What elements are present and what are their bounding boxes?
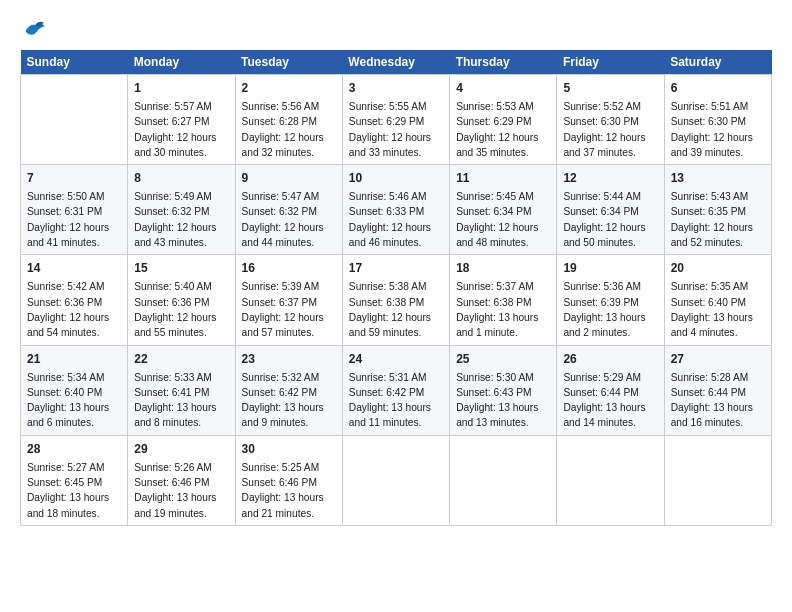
cell-line: Daylight: 13 hours <box>563 400 657 415</box>
cell-line: and 33 minutes. <box>349 145 443 160</box>
cell-line: Sunset: 6:34 PM <box>456 204 550 219</box>
calendar-row: 21Sunrise: 5:34 AMSunset: 6:40 PMDayligh… <box>21 345 772 435</box>
cell-line: Sunrise: 5:31 AM <box>349 370 443 385</box>
cell-line: Sunrise: 5:27 AM <box>27 460 121 475</box>
cell-line: Daylight: 12 hours <box>456 220 550 235</box>
cell-line: and 50 minutes. <box>563 235 657 250</box>
day-number: 18 <box>456 259 550 277</box>
cell-line: Sunset: 6:46 PM <box>134 475 228 490</box>
cell-line: Sunset: 6:44 PM <box>671 385 765 400</box>
cell-line: and 6 minutes. <box>27 415 121 430</box>
cell-line: and 48 minutes. <box>456 235 550 250</box>
cell-line: and 32 minutes. <box>242 145 336 160</box>
calendar-cell: 22Sunrise: 5:33 AMSunset: 6:41 PMDayligh… <box>128 345 235 435</box>
calendar-cell: 3Sunrise: 5:55 AMSunset: 6:29 PMDaylight… <box>342 75 449 165</box>
calendar-cell: 18Sunrise: 5:37 AMSunset: 6:38 PMDayligh… <box>450 255 557 345</box>
day-number: 4 <box>456 79 550 97</box>
day-number: 1 <box>134 79 228 97</box>
day-number: 28 <box>27 440 121 458</box>
calendar-table: SundayMondayTuesdayWednesdayThursdayFrid… <box>20 50 772 526</box>
cell-line: Daylight: 12 hours <box>242 220 336 235</box>
header-row: SundayMondayTuesdayWednesdayThursdayFrid… <box>21 50 772 75</box>
cell-line: and 43 minutes. <box>134 235 228 250</box>
cell-line: Daylight: 13 hours <box>27 490 121 505</box>
cell-line: and 55 minutes. <box>134 325 228 340</box>
cell-line: and 35 minutes. <box>456 145 550 160</box>
cell-line: Sunset: 6:28 PM <box>242 114 336 129</box>
day-number: 30 <box>242 440 336 458</box>
cell-line: Sunset: 6:36 PM <box>134 295 228 310</box>
cell-line: Sunrise: 5:39 AM <box>242 279 336 294</box>
col-header-thursday: Thursday <box>450 50 557 75</box>
cell-line: and 13 minutes. <box>456 415 550 430</box>
day-number: 7 <box>27 169 121 187</box>
header <box>20 18 772 40</box>
calendar-cell: 20Sunrise: 5:35 AMSunset: 6:40 PMDayligh… <box>664 255 771 345</box>
calendar-cell: 19Sunrise: 5:36 AMSunset: 6:39 PMDayligh… <box>557 255 664 345</box>
cell-line: Daylight: 13 hours <box>134 400 228 415</box>
cell-line: Sunset: 6:40 PM <box>671 295 765 310</box>
calendar-cell: 4Sunrise: 5:53 AMSunset: 6:29 PMDaylight… <box>450 75 557 165</box>
cell-line: and 41 minutes. <box>27 235 121 250</box>
cell-line: Sunset: 6:43 PM <box>456 385 550 400</box>
cell-line: Sunset: 6:34 PM <box>563 204 657 219</box>
cell-line: Sunset: 6:42 PM <box>349 385 443 400</box>
cell-line: Daylight: 12 hours <box>349 310 443 325</box>
day-number: 15 <box>134 259 228 277</box>
cell-line: Sunrise: 5:42 AM <box>27 279 121 294</box>
cell-line: Sunrise: 5:46 AM <box>349 189 443 204</box>
cell-line: Sunrise: 5:29 AM <box>563 370 657 385</box>
day-number: 17 <box>349 259 443 277</box>
cell-line: Sunset: 6:40 PM <box>27 385 121 400</box>
cell-line: Daylight: 12 hours <box>134 130 228 145</box>
calendar-cell: 6Sunrise: 5:51 AMSunset: 6:30 PMDaylight… <box>664 75 771 165</box>
calendar-cell <box>557 435 664 525</box>
cell-line: Daylight: 12 hours <box>456 130 550 145</box>
calendar-cell <box>21 75 128 165</box>
calendar-cell: 8Sunrise: 5:49 AMSunset: 6:32 PMDaylight… <box>128 165 235 255</box>
col-header-tuesday: Tuesday <box>235 50 342 75</box>
cell-line: Sunrise: 5:51 AM <box>671 99 765 114</box>
cell-line: Daylight: 12 hours <box>242 310 336 325</box>
cell-line: Daylight: 13 hours <box>563 310 657 325</box>
col-header-wednesday: Wednesday <box>342 50 449 75</box>
logo-icon <box>20 18 48 40</box>
cell-line: and 37 minutes. <box>563 145 657 160</box>
calendar-cell: 30Sunrise: 5:25 AMSunset: 6:46 PMDayligh… <box>235 435 342 525</box>
cell-line: and 11 minutes. <box>349 415 443 430</box>
cell-line: Sunset: 6:39 PM <box>563 295 657 310</box>
calendar-cell: 21Sunrise: 5:34 AMSunset: 6:40 PMDayligh… <box>21 345 128 435</box>
cell-line: Sunrise: 5:34 AM <box>27 370 121 385</box>
day-number: 24 <box>349 350 443 368</box>
cell-line: Sunrise: 5:38 AM <box>349 279 443 294</box>
cell-line: Sunset: 6:44 PM <box>563 385 657 400</box>
day-number: 19 <box>563 259 657 277</box>
cell-line: Sunset: 6:30 PM <box>671 114 765 129</box>
cell-line: Sunrise: 5:44 AM <box>563 189 657 204</box>
cell-line: and 16 minutes. <box>671 415 765 430</box>
cell-line: Sunrise: 5:32 AM <box>242 370 336 385</box>
cell-line: and 19 minutes. <box>134 506 228 521</box>
cell-line: Daylight: 12 hours <box>134 220 228 235</box>
day-number: 23 <box>242 350 336 368</box>
calendar-cell: 14Sunrise: 5:42 AMSunset: 6:36 PMDayligh… <box>21 255 128 345</box>
cell-line: and 57 minutes. <box>242 325 336 340</box>
cell-line: Daylight: 12 hours <box>563 130 657 145</box>
calendar-cell: 2Sunrise: 5:56 AMSunset: 6:28 PMDaylight… <box>235 75 342 165</box>
cell-line: Sunset: 6:33 PM <box>349 204 443 219</box>
cell-line: Sunset: 6:32 PM <box>242 204 336 219</box>
cell-line: Sunset: 6:41 PM <box>134 385 228 400</box>
calendar-cell: 15Sunrise: 5:40 AMSunset: 6:36 PMDayligh… <box>128 255 235 345</box>
cell-line: Sunrise: 5:33 AM <box>134 370 228 385</box>
cell-line: Sunset: 6:38 PM <box>456 295 550 310</box>
calendar-cell: 10Sunrise: 5:46 AMSunset: 6:33 PMDayligh… <box>342 165 449 255</box>
cell-line: Sunrise: 5:49 AM <box>134 189 228 204</box>
day-number: 13 <box>671 169 765 187</box>
day-number: 16 <box>242 259 336 277</box>
day-number: 3 <box>349 79 443 97</box>
day-number: 27 <box>671 350 765 368</box>
cell-line: Sunrise: 5:43 AM <box>671 189 765 204</box>
col-header-friday: Friday <box>557 50 664 75</box>
col-header-saturday: Saturday <box>664 50 771 75</box>
cell-line: and 4 minutes. <box>671 325 765 340</box>
